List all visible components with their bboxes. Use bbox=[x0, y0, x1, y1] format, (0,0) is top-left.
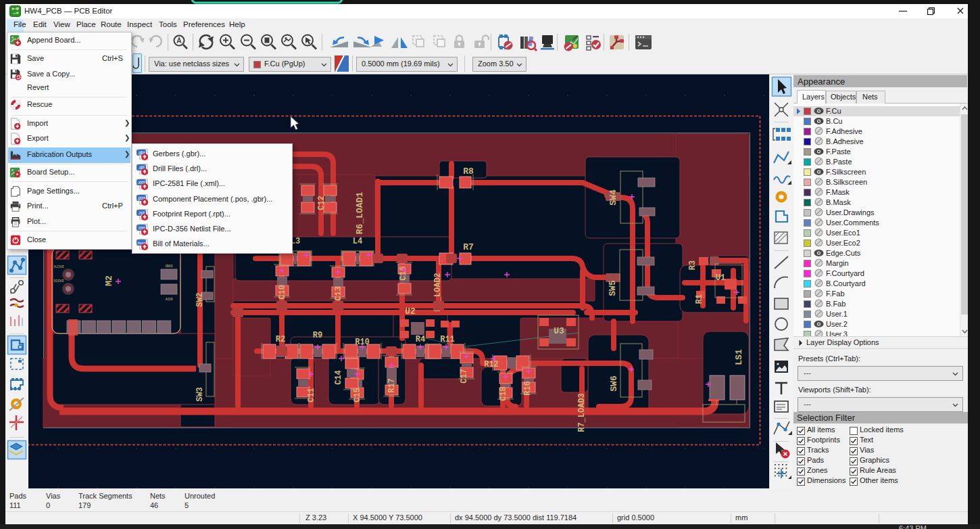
svg-text:C15: C15 bbox=[353, 388, 362, 402]
svg-text:SVDIO: SVDIO bbox=[53, 279, 64, 283]
svg-text:U2: U2 bbox=[405, 306, 416, 317]
svg-text:C12: C12 bbox=[317, 196, 326, 210]
svg-text:U3: U3 bbox=[554, 326, 564, 336]
svg-text:R6_LOAD1: R6_LOAD1 bbox=[355, 192, 365, 235]
svg-text:R4: R4 bbox=[416, 335, 425, 344]
svg-text:SW2: SW2 bbox=[195, 292, 205, 307]
svg-text:C16: C16 bbox=[399, 266, 408, 281]
svg-text:GND: GND bbox=[165, 264, 172, 269]
svg-text:R16: R16 bbox=[523, 381, 533, 396]
svg-text:C11: C11 bbox=[307, 388, 316, 402]
svg-text:SVCLK: SVCLK bbox=[53, 265, 64, 269]
svg-text:C17: C17 bbox=[460, 369, 469, 384]
svg-text:SW3: SW3 bbox=[195, 387, 205, 402]
svg-text:SW6: SW6 bbox=[609, 375, 619, 392]
svg-text:U1: U1 bbox=[716, 273, 725, 283]
svg-text:R17: R17 bbox=[387, 378, 397, 393]
svg-text:R3: R3 bbox=[688, 260, 697, 270]
svg-text:R9: R9 bbox=[313, 331, 322, 340]
svg-text:L4: L4 bbox=[353, 237, 362, 246]
svg-text:C10: C10 bbox=[278, 285, 287, 300]
svg-text:R8: R8 bbox=[463, 166, 474, 177]
svg-text:SW4: SW4 bbox=[608, 189, 618, 206]
svg-text:SW5: SW5 bbox=[608, 280, 618, 296]
svg-text:R2: R2 bbox=[276, 335, 285, 344]
svg-text:R7_LOAD3: R7_LOAD3 bbox=[577, 393, 587, 432]
svg-text:C13: C13 bbox=[334, 286, 343, 301]
svg-text:C18: C18 bbox=[499, 386, 508, 401]
svg-text:M2: M2 bbox=[104, 275, 114, 286]
svg-text:R7: R7 bbox=[463, 242, 474, 252]
svg-text:R1: R1 bbox=[695, 294, 704, 304]
svg-text:NIA: NIA bbox=[165, 297, 172, 302]
svg-text:R12: R12 bbox=[484, 360, 499, 369]
svg-text:C14: C14 bbox=[334, 370, 343, 385]
svg-text:LS1: LS1 bbox=[734, 349, 744, 365]
svg-text:R11: R11 bbox=[440, 335, 455, 344]
